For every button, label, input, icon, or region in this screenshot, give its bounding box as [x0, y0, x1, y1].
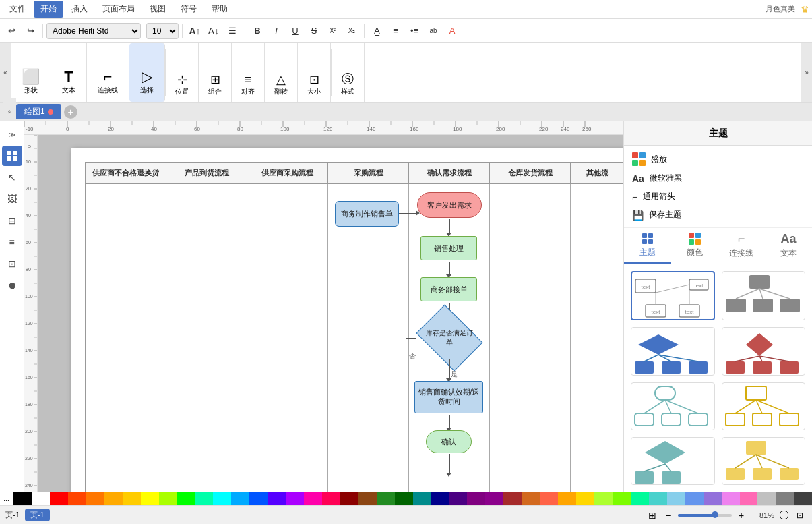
- side-tool-layers[interactable]: ⊟: [2, 210, 22, 231]
- theme-option-arrow[interactable]: ⌐ 通用箭头: [629, 190, 807, 204]
- color-swatch[interactable]: [594, 492, 613, 505]
- color-palette-expand[interactable]: ...: [0, 492, 13, 505]
- color-swatch[interactable]: [86, 492, 104, 505]
- color-swatch[interactable]: [794, 492, 812, 505]
- color-swatch[interactable]: [667, 492, 685, 505]
- ribbon-flip-btn[interactable]: △ 翻转: [270, 69, 292, 99]
- menu-symbol[interactable]: 符号: [174, 1, 204, 18]
- font-size-select[interactable]: 10: [146, 23, 179, 39]
- color-swatch[interactable]: [757, 492, 776, 505]
- theme-preset-1[interactable]: text text text text: [631, 271, 715, 320]
- shape-customer-demand[interactable]: 客户发出需求: [417, 192, 482, 218]
- zoom-fit-button[interactable]: ⊞: [646, 508, 659, 522]
- list-button[interactable]: ≡: [387, 22, 404, 40]
- ribbon-shape-btn[interactable]: ⬜ 形状: [16, 65, 45, 99]
- color-swatch[interactable]: [123, 492, 141, 505]
- ribbon-group-btn[interactable]: ⊞ 组合: [204, 69, 226, 99]
- underline-button[interactable]: U: [286, 22, 304, 40]
- color-swatch[interactable]: [540, 492, 558, 505]
- side-tool-pointer[interactable]: ↖: [2, 167, 22, 187]
- canvas-background[interactable]: 供应商不合格退换货 产品到货流程 供应商采购流程 采购流程 确认需求流程 仓库发…: [38, 135, 623, 492]
- color-swatch[interactable]: [340, 492, 358, 505]
- side-tool-shapes[interactable]: [2, 146, 22, 166]
- color-swatch[interactable]: [104, 492, 123, 505]
- color-swatch[interactable]: [249, 492, 268, 505]
- color-swatch[interactable]: [413, 492, 431, 505]
- bold-button[interactable]: B: [249, 22, 266, 40]
- ribbon-size-btn[interactable]: ⊡ 大小: [303, 69, 325, 99]
- theme-preset-4[interactable]: [722, 327, 806, 375]
- zoom-slider-track[interactable]: [678, 514, 732, 517]
- canvas-paper[interactable]: 供应商不合格退换货 产品到货流程 供应商采购流程 采购流程 确认需求流程 仓库发…: [71, 148, 623, 492]
- lowercase-button[interactable]: ab: [425, 22, 442, 40]
- color-swatch[interactable]: [358, 492, 377, 505]
- color-swatch[interactable]: [685, 492, 704, 505]
- theme-preset-8[interactable]: [722, 437, 806, 485]
- font-color-button[interactable]: A: [443, 22, 461, 40]
- theme-option-font[interactable]: Aa 微软雅黑: [629, 171, 807, 185]
- menu-file[interactable]: 文件: [3, 1, 32, 18]
- color-swatch[interactable]: [522, 492, 540, 505]
- theme-preset-5[interactable]: [631, 382, 715, 430]
- zoom-out-button[interactable]: −: [662, 508, 675, 522]
- ribbon-connector-btn[interactable]: ⌐ 连接线: [92, 65, 123, 99]
- fullscreen-button[interactable]: ⛶: [777, 508, 790, 522]
- side-tool-record[interactable]: ⏺: [2, 275, 22, 295]
- color-swatch[interactable]: [449, 492, 468, 505]
- color-swatch[interactable]: [177, 492, 195, 505]
- zoom-in-button[interactable]: +: [735, 508, 748, 522]
- color-swatch[interactable]: [649, 492, 667, 505]
- menu-view[interactable]: 视图: [143, 1, 173, 18]
- color-swatch[interactable]: [286, 492, 304, 505]
- color-swatch[interactable]: [159, 492, 177, 505]
- shape-confirm-delivery[interactable]: 销售商确认效期/送货时间: [414, 381, 483, 413]
- tab-color[interactable]: 颜色: [671, 228, 718, 264]
- color-swatch[interactable]: [431, 492, 449, 505]
- color-swatch[interactable]: [485, 492, 503, 505]
- color-swatch[interactable]: [50, 492, 68, 505]
- expand-button[interactable]: ⊡: [793, 508, 807, 522]
- color-swatch[interactable]: [213, 492, 231, 505]
- theme-preset-2[interactable]: [722, 271, 806, 320]
- italic-button[interactable]: I: [268, 22, 285, 40]
- menu-start[interactable]: 开始: [34, 1, 63, 18]
- color-swatch[interactable]: [195, 492, 213, 505]
- font-family-select[interactable]: Adobe Heiti Std: [46, 23, 141, 39]
- font-shrink-button[interactable]: A↓: [205, 22, 222, 40]
- shape-business-order[interactable]: 商务部接单: [420, 277, 477, 301]
- shape-confirm[interactable]: 确认: [426, 430, 472, 453]
- ribbon-position-btn[interactable]: ⊹ 位置: [171, 69, 193, 99]
- add-page-button[interactable]: +: [64, 105, 77, 119]
- color-swatch[interactable]: [503, 492, 522, 505]
- menu-insert[interactable]: 插入: [65, 1, 94, 18]
- tab-connector[interactable]: ⌐ 连接线: [718, 228, 766, 264]
- color-swatch[interactable]: [558, 492, 576, 505]
- color-swatch[interactable]: [467, 492, 485, 505]
- ribbon-select-btn[interactable]: ▷ 选择: [135, 65, 159, 99]
- color-swatch[interactable]: [395, 492, 413, 505]
- tab-theme[interactable]: 主题: [624, 228, 671, 264]
- color-swatch[interactable]: [613, 492, 631, 505]
- color-swatch[interactable]: [631, 492, 649, 505]
- shape-sales-order[interactable]: 商务制作销售单: [335, 201, 399, 227]
- redo-button[interactable]: ↪: [22, 22, 39, 40]
- strikethrough-button[interactable]: S: [305, 22, 323, 40]
- ribbon-text-btn[interactable]: T 文本: [57, 65, 81, 99]
- side-tool-expand[interactable]: ≫: [2, 124, 22, 144]
- ribbon-expand-right[interactable]: »: [801, 43, 812, 102]
- tab-text[interactable]: Aa 文本: [765, 228, 812, 264]
- theme-option-colorful[interactable]: 盛放: [629, 151, 807, 167]
- ribbon-style-btn[interactable]: Ⓢ 样式: [337, 68, 358, 99]
- color-swatch[interactable]: [231, 492, 249, 505]
- bullet-list-button[interactable]: •≡: [406, 22, 423, 40]
- color-swatch[interactable]: [304, 492, 322, 505]
- color-swatch[interactable]: [776, 492, 794, 505]
- theme-preset-6[interactable]: [722, 382, 806, 430]
- color-swatch[interactable]: [141, 492, 159, 505]
- undo-button[interactable]: ↩: [3, 22, 20, 40]
- color-swatch[interactable]: [704, 492, 722, 505]
- ribbon-align-btn[interactable]: ≡ 对齐: [237, 70, 259, 99]
- side-tool-image[interactable]: 🖼: [2, 189, 22, 209]
- superscript-button[interactable]: X²: [324, 22, 342, 40]
- page-tab-drawing1[interactable]: 绘图1: [16, 104, 61, 119]
